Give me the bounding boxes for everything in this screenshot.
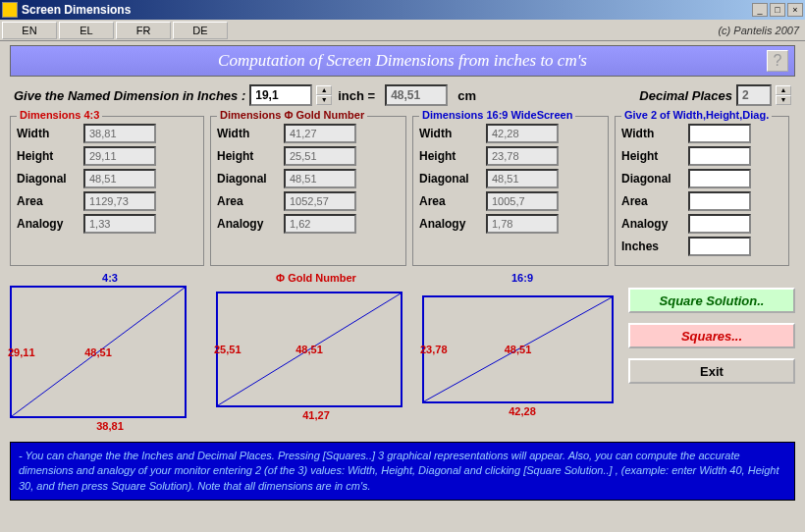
inch-unit-label: inch = xyxy=(338,88,375,103)
group-16-9-title: Dimensions 16:9 WideScreen xyxy=(419,109,575,121)
diagram-4-3-height: 29,11 xyxy=(8,346,35,358)
minimize-button[interactable]: _ xyxy=(752,3,768,17)
inches-label: Give the Named Dimension in Inches : xyxy=(14,88,245,103)
r169-area: 1005,7 xyxy=(486,191,559,211)
spin-down-icon[interactable]: ▼ xyxy=(316,95,332,105)
group-give2: Give 2 of Width,Height,Diag. Width Heigh… xyxy=(615,116,789,266)
phi-width: 41,27 xyxy=(284,124,356,143)
r169-diagonal: 48,51 xyxy=(486,169,559,188)
group-phi: Dimensions Φ Gold Number Width41,27 Heig… xyxy=(210,116,406,266)
give2-height-input[interactable] xyxy=(688,146,751,166)
diagram-16-9-width: 42,28 xyxy=(422,405,622,417)
diagram-4-3-diagonal: 48,51 xyxy=(84,346,112,358)
language-bar: EN EL FR DE (c) Pantelis 2007 xyxy=(0,20,805,41)
give2-analogy-input[interactable] xyxy=(688,214,751,234)
r169-height: 23,78 xyxy=(486,146,559,166)
window-title: Screen Dimensions xyxy=(22,3,131,17)
spin-down-icon[interactable]: ▼ xyxy=(776,95,791,105)
diagram-16-9-height: 23,78 xyxy=(420,344,448,355)
group-4-3: Dimensions 4:3 Width38,81 Height29,11 Di… xyxy=(10,116,204,266)
spin-up-icon[interactable]: ▲ xyxy=(316,85,332,95)
diagram-4-3: 4:3 29,11 48,51 38,81 xyxy=(10,272,210,432)
give2-diagonal-input[interactable] xyxy=(688,169,751,188)
phi-height: 25,51 xyxy=(284,146,356,166)
give2-width-input[interactable] xyxy=(688,124,751,143)
lang-de-button[interactable]: DE xyxy=(173,22,228,39)
help-button[interactable]: ? xyxy=(767,50,788,72)
lang-en-button[interactable]: EN xyxy=(2,22,57,39)
cm-output xyxy=(385,84,448,106)
square-solution-button[interactable]: Square Solution.. xyxy=(628,288,795,313)
r169-analogy: 1,78 xyxy=(486,214,559,234)
r43-width: 38,81 xyxy=(83,124,156,143)
lang-fr-button[interactable]: FR xyxy=(116,22,171,39)
diagram-16-9: 16:9 23,78 48,51 42,28 xyxy=(422,272,622,432)
close-button[interactable]: × xyxy=(787,3,803,17)
diagram-phi-height: 25,51 xyxy=(214,344,242,355)
diagram-phi: Φ Gold Number 25,51 48,51 41,27 xyxy=(216,272,416,432)
diagram-4-3-title: 4:3 xyxy=(10,272,210,284)
r43-diagonal: 48,51 xyxy=(83,169,156,188)
r43-area: 1129,73 xyxy=(83,191,156,211)
diagram-4-3-width: 38,81 xyxy=(10,420,210,432)
diagram-phi-diagonal: 48,51 xyxy=(295,344,323,355)
copyright-text: (c) Pantelis 2007 xyxy=(718,25,799,36)
phi-analogy: 1,62 xyxy=(284,214,356,234)
maximize-button[interactable]: □ xyxy=(770,3,785,17)
squares-button[interactable]: Squares... xyxy=(628,323,795,348)
lang-el-button[interactable]: EL xyxy=(59,22,114,39)
phi-area: 1052,57 xyxy=(284,191,356,211)
diagram-16-9-diagonal: 48,51 xyxy=(505,344,532,355)
diagram-16-9-title: 16:9 xyxy=(422,272,622,284)
cm-unit-label: cm xyxy=(457,88,476,103)
app-icon xyxy=(2,2,18,18)
r169-width: 42,28 xyxy=(486,124,559,143)
info-text: - You can change the the Inches and Deci… xyxy=(10,442,795,501)
phi-diagonal: 48,51 xyxy=(284,169,356,188)
r43-analogy: 1,33 xyxy=(83,214,156,234)
spin-up-icon[interactable]: ▲ xyxy=(776,85,791,95)
inches-spinner[interactable]: ▲ ▼ xyxy=(316,85,332,105)
inches-input[interactable] xyxy=(249,84,312,106)
banner-title: Computation of Screen Dimensions from in… xyxy=(218,51,587,71)
group-16-9: Dimensions 16:9 WideScreen Width42,28 He… xyxy=(412,116,609,266)
dp-spinner[interactable]: ▲ ▼ xyxy=(776,85,791,105)
group-phi-title: Dimensions Φ Gold Number xyxy=(217,109,367,121)
give2-inches-input[interactable] xyxy=(688,237,751,256)
give2-area-input[interactable] xyxy=(688,191,751,211)
group-4-3-title: Dimensions 4:3 xyxy=(17,109,102,121)
titlebar: Screen Dimensions _ □ × xyxy=(0,0,805,20)
r43-height: 29,11 xyxy=(83,146,156,166)
decimal-places-input[interactable] xyxy=(736,84,772,106)
header-banner: Computation of Screen Dimensions from in… xyxy=(10,45,795,77)
exit-button[interactable]: Exit xyxy=(628,358,795,384)
diagram-phi-width: 41,27 xyxy=(216,409,416,421)
decimal-places-label: Decimal Places xyxy=(639,88,732,103)
diagram-phi-title: Φ Gold Number xyxy=(216,272,416,284)
input-row: Give the Named Dimension in Inches : ▲ ▼… xyxy=(0,80,805,110)
group-give2-title: Give 2 of Width,Height,Diag. xyxy=(621,109,772,121)
